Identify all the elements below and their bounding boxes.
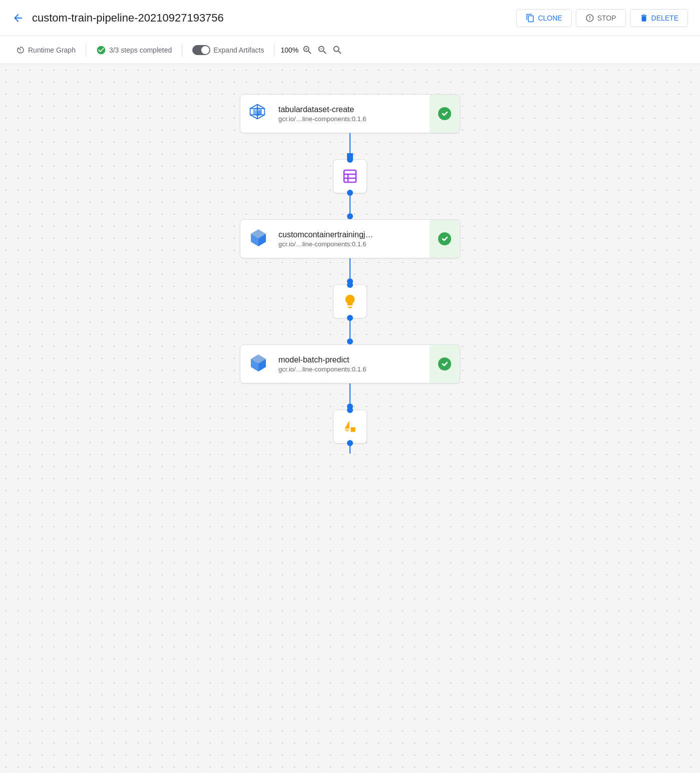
header-actions: CLONE STOP DELETE [516,9,688,27]
dot-5 [347,404,353,410]
node-info-1: tabulardataset-create gcr.io/…line-compo… [278,105,452,123]
steps-completed-label: 3/3 steps completed [109,46,172,54]
node-status-3 [430,345,460,383]
zoom-reset-button[interactable] [330,43,344,57]
connector-2 [347,193,353,219]
artifact-node-shapes[interactable] [333,410,367,444]
back-button[interactable] [12,12,24,24]
artifact-node-lightbulb[interactable] [333,284,367,318]
shapes-icon [342,419,358,435]
node-info-2: customcontainertrainingj… gcr.io/…line-c… [278,230,452,248]
node-subtitle-2: gcr.io/…line-components:0.1.6 [278,240,452,248]
node-name-1: tabulardataset-create [278,105,452,114]
node-name-3: model-batch-predict [278,355,452,364]
node-subtitle-3: gcr.io/…line-components:0.1.6 [278,365,452,373]
stop-button[interactable]: STOP [576,9,626,27]
runtime-graph-label: Runtime Graph [28,46,76,54]
node-tabulardataset-create[interactable]: tabulardataset-create gcr.io/…line-compo… [240,94,460,133]
connector-5 [347,383,353,410]
expand-artifacts-toggle[interactable] [192,45,210,55]
node-name-2: customcontainertrainingj… [278,230,452,239]
node-customcontainer[interactable]: customcontainertrainingj… gcr.io/…line-c… [240,219,460,258]
line-3 [349,258,351,278]
node-info-3: model-batch-predict gcr.io/…line-compone… [278,355,452,373]
steps-completed-item: 3/3 steps completed [90,42,178,58]
zoom-out-button[interactable] [315,43,329,57]
node-subtitle-1: gcr.io/…line-components:0.1.6 [278,115,452,123]
zoom-controls [300,43,344,57]
svg-rect-11 [351,427,355,432]
artifact-dot-bottom-2 [347,315,353,321]
toolbar-divider-2 [182,43,182,57]
artifact-dot-bottom-3 [347,440,353,446]
page-title: custom-train-pipeline-20210927193756 [32,12,516,25]
svg-point-10 [438,357,451,370]
svg-rect-5 [344,170,356,182]
artifact-node-table[interactable] [333,159,367,193]
line-2 [349,193,351,213]
dot-1 [347,153,353,159]
pipeline-container: tabulardataset-create gcr.io/…line-compo… [235,94,465,454]
connector-4 [347,318,353,344]
connector-1 [347,133,353,159]
node-icon-3 [248,353,270,375]
svg-point-4 [438,107,451,120]
line-5 [349,383,351,404]
line-4 [349,318,351,338]
connector-3 [347,258,353,284]
dot-3 [347,278,353,284]
clone-label: CLONE [538,14,562,22]
dot-4 [347,338,353,344]
node-model-batch-predict[interactable]: model-batch-predict gcr.io/…line-compone… [240,344,460,383]
expand-artifacts-item[interactable]: Expand Artifacts [186,42,270,58]
node-status-1 [430,95,460,133]
zoom-in-button[interactable] [300,43,314,57]
toolbar: Runtime Graph 3/3 steps completed Expand… [0,36,700,64]
delete-button[interactable]: DELETE [630,9,688,27]
svg-point-9 [438,232,451,245]
dot-2 [347,213,353,219]
page-header: custom-train-pipeline-20210927193756 CLO… [0,0,700,36]
node-icon-1 [248,103,270,125]
line-1 [349,133,351,153]
delete-label: DELETE [651,14,678,22]
zoom-level: 100% [280,46,298,54]
artifact-dot-bottom-1 [347,190,353,196]
toolbar-divider-1 [86,43,86,57]
pipeline-canvas[interactable]: tabulardataset-create gcr.io/…line-compo… [0,64,700,773]
clone-button[interactable]: CLONE [516,9,571,27]
stop-label: STOP [597,14,616,22]
node-status-2 [430,220,460,258]
toolbar-divider-3 [274,43,274,57]
lightbulb-icon [342,293,358,309]
expand-artifacts-label: Expand Artifacts [213,46,264,54]
runtime-graph-item[interactable]: Runtime Graph [10,43,82,58]
node-icon-2 [248,228,270,250]
table-icon [342,168,358,184]
